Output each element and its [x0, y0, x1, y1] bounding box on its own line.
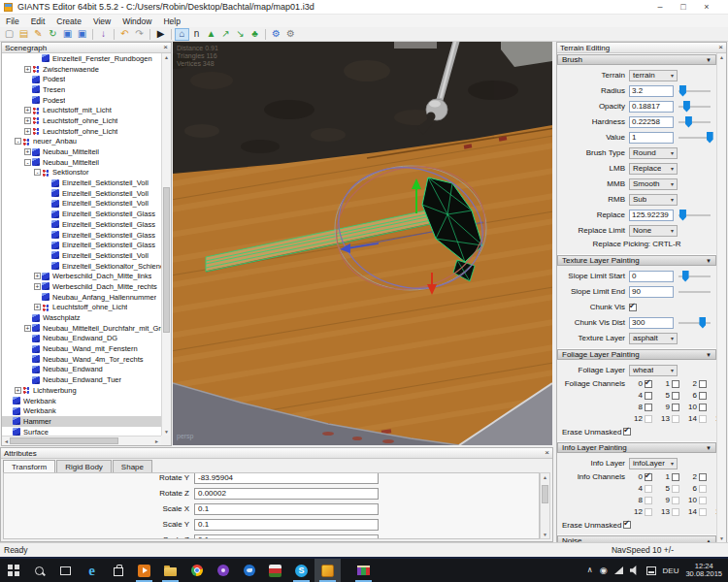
expander-icon[interactable]: +: [14, 387, 22, 394]
expander-icon[interactable]: +: [23, 66, 32, 73]
slope-limit-end-input[interactable]: 90: [629, 286, 674, 298]
scroll-up-icon[interactable]: ▲: [717, 54, 726, 60]
node-icon[interactable]: n: [189, 28, 204, 41]
tray-clock[interactable]: 12:24 30.08.2015: [685, 563, 722, 579]
section-header-texture-layer-painting[interactable]: Texture Layer Painting▼: [557, 255, 716, 266]
checkbox-foliage-channels-10[interactable]: [699, 404, 707, 411]
scale-z-input[interactable]: 0.1: [194, 534, 379, 540]
terrain-sculpt-icon[interactable]: ▲: [204, 28, 218, 41]
tree-item-neuer-anbau[interactable]: -neuer_Anbau: [2, 137, 161, 147]
expander-icon[interactable]: +: [23, 107, 32, 113]
tree-item-einzelteil-sektionsteil-voll[interactable]: Einzelteil_Sektionsteil_Voll: [2, 250, 161, 261]
scroll-down-icon[interactable]: ▼: [541, 532, 549, 537]
tray-record-icon[interactable]: ◉: [600, 566, 608, 575]
scenegraph-close-icon[interactable]: ×: [163, 43, 168, 52]
tree-item-neubau-mittelteil[interactable]: +Neubau_Mittelteil: [2, 146, 161, 157]
rotate-y-input[interactable]: -83.95904: [194, 472, 379, 484]
scroll-left-icon[interactable]: ◄: [4, 438, 9, 444]
replace-input[interactable]: 125.92239: [629, 210, 674, 221]
maximize-button[interactable]: □: [672, 0, 695, 15]
farming-simulator-icon[interactable]: [262, 559, 288, 582]
rmb-dropdown[interactable]: Sub▾: [629, 194, 678, 206]
terrain-dropdown[interactable]: terrain▾: [629, 70, 678, 81]
scale-y-input[interactable]: 0.1: [194, 519, 379, 531]
tree-item-podest[interactable]: Podest: [2, 95, 161, 106]
checkbox-erase-unmasked[interactable]: [623, 521, 631, 529]
tree-item-neubau-wand-4m-tor-rechts[interactable]: Neubau_Wand_4m_Tor_rechts: [2, 354, 161, 365]
scroll-down-icon[interactable]: ▼: [717, 535, 726, 541]
tree-item-neubau-endwand-dg[interactable]: Neubau_Endwand_DG: [2, 334, 161, 344]
thunderbird-icon[interactable]: [236, 559, 262, 582]
scenegraph-horizontal-scrollbar[interactable]: ◄ ►: [2, 436, 161, 445]
start-button[interactable]: [0, 559, 26, 582]
scroll-up-icon[interactable]: ▲: [541, 474, 549, 480]
scenegraph-vertical-scrollbar[interactable]: ▲ ▼: [161, 53, 171, 436]
replace-slider[interactable]: [678, 210, 711, 221]
tree-item-neubau-endwand-tuer[interactable]: Neubau_Endwand_Tuer: [2, 374, 161, 385]
checkbox-foliage-channels-0[interactable]: [645, 380, 652, 388]
checkbox-info-channels-2[interactable]: [699, 473, 707, 481]
expander-icon[interactable]: +: [23, 148, 32, 155]
tray-volume-icon[interactable]: [630, 566, 640, 575]
slope-limit-start-input[interactable]: 0: [629, 271, 674, 282]
tree-item-einzelteil-sektionsteil-voll[interactable]: Einzelteil_Sektionsteil_Voll: [2, 199, 161, 210]
tree-item-leuchtstoff-mit-licht[interactable]: +Leuchtstoff_mit_Licht: [2, 105, 161, 115]
minimize-button[interactable]: –: [648, 0, 672, 15]
scroll-thumb[interactable]: [542, 485, 548, 503]
menu-item-file[interactable]: File: [0, 16, 25, 26]
value-input[interactable]: 1: [629, 132, 674, 144]
tab-transform[interactable]: Transform: [3, 460, 55, 472]
rotate-z-input[interactable]: 0.00002: [194, 488, 379, 500]
tree-item-podest[interactable]: Podest: [2, 74, 161, 84]
tree-item-werkbank[interactable]: Werkbank: [2, 396, 161, 406]
tray-action-center-icon[interactable]: [646, 566, 656, 575]
tree-item-neubau-mittelteil[interactable]: -Neubau_Mittelteil: [2, 157, 161, 168]
terrain-vertical-scrollbar[interactable]: ▲ ▼: [716, 53, 726, 542]
replace-limit-dropdown[interactable]: None▾: [629, 225, 678, 237]
expander-icon[interactable]: +: [23, 117, 32, 124]
tree-item-einzelteil-sektionsteil-glass[interactable]: Einzelteil_Sektionsteil_Glass: [2, 219, 161, 230]
home-icon[interactable]: ⌂: [175, 28, 189, 41]
foliage-layer-dropdown[interactable]: wheat▾: [629, 365, 678, 376]
tray-chevron-up-icon[interactable]: ∧: [587, 566, 593, 575]
save-icon[interactable]: ▣: [60, 28, 75, 41]
new-file-icon[interactable]: ▢: [2, 28, 17, 41]
slope-limit-end-slider[interactable]: [678, 286, 711, 298]
tree-item-leuchtstoff-ohne-licht[interactable]: +Leuchtstoff_ohne_Licht: [2, 115, 161, 126]
menu-item-view[interactable]: View: [87, 16, 116, 26]
checkbox-foliage-channels-4[interactable]: [645, 392, 652, 400]
expander-icon[interactable]: +: [33, 283, 42, 290]
file-explorer-icon[interactable]: [157, 559, 183, 582]
section-header-info-layer-painting[interactable]: Info Layer Painting▼: [557, 442, 716, 453]
mmb-dropdown[interactable]: Smooth▾: [629, 178, 678, 190]
brush-type-dropdown[interactable]: Round▾: [629, 147, 678, 159]
chunk-vis-dist-slider[interactable]: [678, 317, 711, 329]
tray-wifi-icon[interactable]: [614, 566, 623, 574]
play-icon[interactable]: ▶: [153, 28, 168, 41]
checkbox-chunk-vis[interactable]: [629, 304, 637, 311]
tree-item-lichtwerbung[interactable]: +Lichtwerbung: [2, 385, 161, 396]
slider-thumb[interactable]: [707, 132, 713, 144]
tree-item-einzelteil-sektionsteil-glass[interactable]: Einzelteil_Sektionsteil_Glass: [2, 240, 161, 250]
expander-icon[interactable]: -: [23, 159, 32, 166]
chrome-icon[interactable]: [183, 559, 210, 582]
winrar-icon[interactable]: [350, 559, 377, 582]
tree-item-einzelteil-fenster-rundbogen[interactable]: Einzelteil_Fenster_Rundbogen: [2, 53, 161, 64]
media-app-icon[interactable]: [210, 559, 236, 582]
menu-item-window[interactable]: Window: [116, 16, 157, 26]
attributes-close-icon[interactable]: ×: [545, 448, 549, 458]
tree-item-neubau-endwand[interactable]: Neubau_Endwand: [2, 365, 161, 375]
tree-item-werbeschild-dach-mitte-links[interactable]: +Werbeschild_Dach_Mitte_links: [2, 271, 161, 281]
slider-thumb[interactable]: [685, 116, 692, 128]
tab-shape[interactable]: Shape: [113, 460, 152, 472]
expander-icon[interactable]: -: [33, 169, 42, 176]
checkbox-foliage-channels-8[interactable]: [645, 404, 652, 411]
checkbox-erase-unmasked[interactable]: [623, 428, 631, 436]
checkbox-foliage-channels-1[interactable]: [672, 380, 679, 388]
slider-thumb[interactable]: [682, 271, 689, 282]
expander-icon[interactable]: +: [33, 273, 42, 279]
tree-item-tresen[interactable]: Tresen: [2, 84, 161, 95]
tree-item-leuchtstoff-ohne-licht[interactable]: +Leuchtstoff_ohne_Licht: [2, 303, 161, 313]
scroll-right-icon[interactable]: ►: [154, 438, 159, 444]
expander-icon[interactable]: +: [23, 325, 32, 332]
